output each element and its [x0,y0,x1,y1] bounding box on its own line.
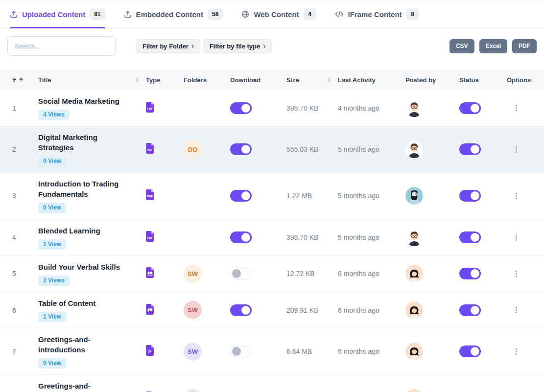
options-menu-icon[interactable] [514,103,519,113]
column-header-status[interactable]: Status [459,76,507,84]
options-menu-icon[interactable] [514,346,519,357]
content-title[interactable]: Blended Learning [38,226,100,236]
filter-by-file-type-button[interactable]: Filter by file type ⤵︎ [203,39,272,53]
download-toggle[interactable] [230,102,252,114]
status-toggle[interactable] [459,346,481,357]
folder-badge[interactable]: DO [184,140,202,159]
avatar-man-glasses [405,229,423,246]
tab-embedded-content[interactable]: Embedded Content 58 [124,0,223,28]
status-toggle[interactable] [459,190,481,202]
table-header-label: Type [146,76,160,84]
size-cell: 396.70 KB [286,104,338,112]
table-row: 4 Blended Learning 1 View PDF 396.70 KB … [0,220,544,256]
tab-iframe-content[interactable]: IFrame Content 8 [335,0,419,28]
folder-badge[interactable]: SW [184,343,202,361]
filter-by-folder-button[interactable]: Filter by Folder ⤵︎ [136,39,200,53]
download-toggle[interactable] [230,268,252,279]
views-badge: 0 View [38,156,66,166]
export-excel-button[interactable]: Excel [479,39,507,53]
options-menu-icon[interactable] [514,232,519,243]
column-header-last-activity[interactable]: Last Activity [338,76,405,84]
search-input[interactable] [7,36,116,56]
content-title[interactable]: Social Media Marketing [38,96,119,106]
content-title[interactable]: Digital Marketing Strategies [38,132,126,153]
image-file-icon [146,267,155,280]
options-cell [507,144,544,155]
status-toggle[interactable] [459,143,481,155]
type-cell: PDF [146,189,184,202]
table-header-label: Options [507,76,531,84]
status-toggle[interactable] [459,268,481,279]
avatar-woman-bob [405,301,423,319]
type-cell: P [146,345,184,358]
column-header-folders[interactable]: Folders [184,76,230,84]
sort-icon[interactable] [135,77,139,83]
folder-badge[interactable]: SW [184,265,202,283]
folder-badge[interactable]: SW [184,389,202,392]
column-header--[interactable]: # [0,76,38,84]
size-cell: 6.64 MB [286,347,338,355]
toggle-knob [471,104,479,113]
content-title[interactable]: Build Your Verbal Skills [38,262,120,272]
status-toggle[interactable] [459,304,481,316]
chevron-down-icon: ⤵︎ [191,44,194,48]
options-menu-icon[interactable] [514,305,519,315]
chevron-down-icon: ⤵︎ [263,44,265,48]
column-header-title[interactable]: Title [38,76,146,84]
image-file-icon [146,304,155,317]
folder-badge[interactable]: SW [184,301,202,319]
options-menu-icon[interactable] [514,144,519,155]
tab-web-content[interactable]: Web Content 4 [241,0,316,28]
tab-uploaded-content[interactable]: Uploaded Content 81 [10,0,105,28]
export-pdf-button[interactable]: PDF [512,39,537,53]
pdf-file-icon: PDF [146,231,155,244]
options-cell [507,269,544,279]
views-badge: 4 Views [38,110,70,120]
content-title[interactable]: Greetings-and-introductions [38,381,126,392]
content-title[interactable]: Introduction to Trading Fundamentals [38,179,126,199]
options-cell [507,305,544,315]
title-cell: Introduction to Trading Fundamentals 0 V… [38,179,146,213]
content-title[interactable]: Table of Content [38,298,95,308]
table-row: 1 Social Media Marketing 4 Views PDF 396… [0,90,544,126]
download-toggle[interactable] [230,346,252,357]
toggle-knob [232,269,241,278]
column-header-download[interactable]: Download [230,76,286,84]
column-header-type[interactable]: Type [146,76,184,84]
row-number: 4 [12,233,16,241]
type-cell: PDF [146,143,184,156]
status-toggle[interactable] [459,102,481,114]
options-menu-icon[interactable] [514,191,519,201]
column-header-posted-by[interactable]: Posted by [405,76,459,84]
download-cell [230,304,286,316]
toggle-knob [241,104,250,113]
toggle-knob [241,233,250,242]
toolbar: Filter by Folder ⤵︎ Filter by file type … [0,28,544,58]
table-header-row: # Title Type Folders Download Size Last … [0,69,544,90]
type-cell: PDF [146,102,184,115]
download-toggle[interactable] [230,231,252,243]
download-cell [230,231,286,243]
column-header-options[interactable]: Options [507,76,544,84]
svg-text:PDF: PDF [147,195,153,198]
table-row: 6 Table of Content 1 View SW 209.91 KB 6… [0,292,544,328]
tab-label: IFrame Content [348,10,402,19]
options-menu-icon[interactable] [514,269,519,279]
file-size: 6.64 MB [286,347,312,355]
views-badge: 0 View [38,358,66,369]
column-header-size[interactable]: Size [286,76,338,84]
download-toggle[interactable] [230,304,252,316]
row-number-cell: 1 [0,104,38,112]
export-csv-button[interactable]: CSV [449,39,474,53]
content-title[interactable]: Greetings-and-introductions [38,334,126,355]
download-toggle[interactable] [230,143,252,155]
table-row: 2 Digital Marketing Strategies 0 View PD… [0,126,544,173]
sort-icon[interactable] [19,77,23,83]
download-toggle[interactable] [230,190,252,202]
status-toggle[interactable] [459,231,481,243]
avatar-woman-bob [405,389,423,392]
table-header-label: Size [286,76,299,84]
title-cell: Table of Content 1 View [38,298,146,322]
sort-icon[interactable] [327,77,331,83]
size-cell: 209.91 KB [286,306,338,314]
